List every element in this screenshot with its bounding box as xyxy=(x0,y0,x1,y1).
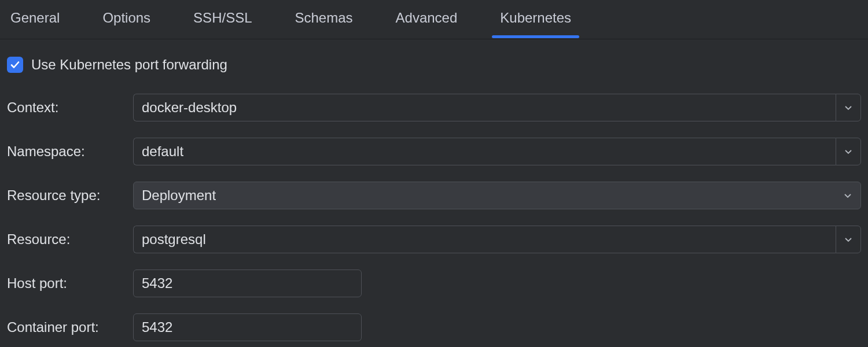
tab-schemas-label: Schemas xyxy=(295,10,353,25)
namespace-combo xyxy=(133,138,861,165)
container-port-label: Container port: xyxy=(7,319,128,335)
use-port-forwarding-label[interactable]: Use Kubernetes port forwarding xyxy=(31,57,227,73)
form-grid: Context: Namespace: Resource type: Deplo… xyxy=(7,94,861,341)
chevron-down-icon xyxy=(844,147,853,156)
use-port-forwarding-checkbox[interactable] xyxy=(7,57,23,73)
check-icon xyxy=(10,60,20,70)
tab-advanced-label: Advanced xyxy=(396,10,458,25)
resource-combo xyxy=(133,226,861,253)
chevron-down-icon xyxy=(844,235,853,244)
resource-label: Resource: xyxy=(7,231,128,248)
tab-general[interactable]: General xyxy=(10,10,60,38)
tab-kubernetes[interactable]: Kubernetes xyxy=(500,10,571,38)
resource-input[interactable] xyxy=(133,226,836,253)
tab-bar: General Options SSH/SSL Schemas Advanced… xyxy=(0,0,868,39)
chevron-down-icon xyxy=(843,191,852,200)
resource-type-value: Deployment xyxy=(142,187,216,204)
tab-sshssl-label: SSH/SSL xyxy=(193,10,252,25)
tab-sshssl[interactable]: SSH/SSL xyxy=(193,10,252,38)
host-port-label: Host port: xyxy=(7,275,128,291)
tab-kubernetes-label: Kubernetes xyxy=(500,10,571,25)
context-dropdown-button[interactable] xyxy=(836,94,861,121)
tab-options[interactable]: Options xyxy=(102,10,150,38)
resource-type-select[interactable]: Deployment xyxy=(133,182,861,209)
host-port-input[interactable] xyxy=(133,270,362,297)
form-body: Use Kubernetes port forwarding Context: … xyxy=(0,39,868,341)
tab-general-label: General xyxy=(10,10,60,25)
context-label: Context: xyxy=(7,99,128,116)
tab-options-label: Options xyxy=(102,10,150,25)
resource-dropdown-button[interactable] xyxy=(836,226,861,253)
namespace-label: Namespace: xyxy=(7,143,128,160)
namespace-dropdown-button[interactable] xyxy=(836,138,861,165)
use-port-forwarding-row: Use Kubernetes port forwarding xyxy=(7,57,861,73)
chevron-down-icon xyxy=(844,103,853,112)
resource-type-label: Resource type: xyxy=(7,187,128,204)
tab-advanced[interactable]: Advanced xyxy=(396,10,458,38)
tab-schemas[interactable]: Schemas xyxy=(295,10,353,38)
namespace-input[interactable] xyxy=(133,138,836,165)
container-port-input[interactable] xyxy=(133,313,362,341)
context-combo xyxy=(133,94,861,121)
context-input[interactable] xyxy=(133,94,836,121)
